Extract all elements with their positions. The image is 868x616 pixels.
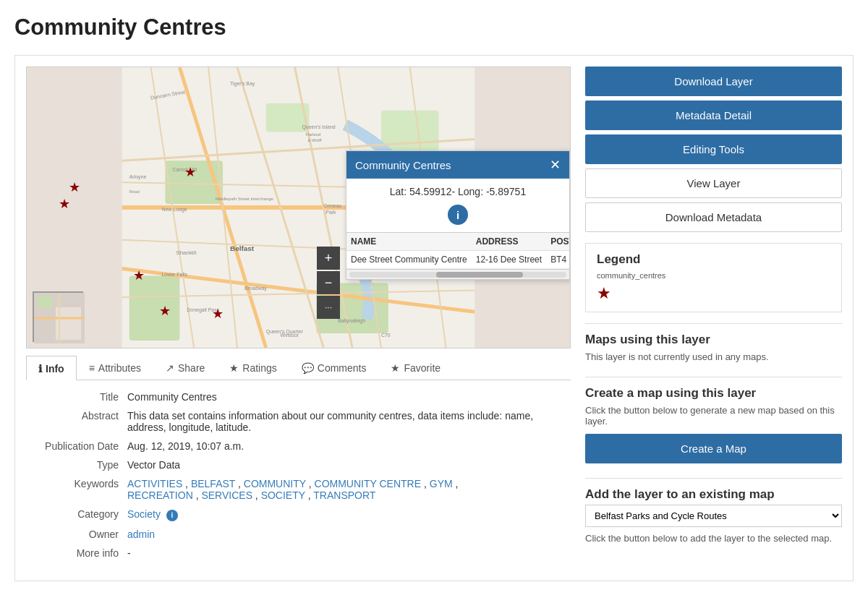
download-metadata-button[interactable]: Download Metadata: [585, 202, 842, 232]
map-thumbnail: [33, 291, 83, 342]
abstract-row: Abstract This data set contains informat…: [33, 410, 563, 433]
tab-comments[interactable]: 💬 Comments: [289, 356, 379, 380]
keyword-transport[interactable]: TRANSPORT: [313, 489, 375, 501]
category-info-icon: i: [166, 510, 178, 521]
legend-section: Legend community_centres ★: [585, 243, 842, 312]
right-panel: Download Layer Metadata Detail Editing T…: [585, 67, 842, 570]
map-container[interactable]: Duncairn Street Tiger's Bay Arloyne Road…: [26, 67, 571, 348]
create-map-title: Create a map using this layer: [585, 386, 842, 401]
owner-value: admin: [127, 529, 563, 540]
left-panel: Duncairn Street Tiger's Bay Arloyne Road…: [26, 67, 571, 570]
svg-text:& Wolff: & Wolff: [307, 138, 321, 142]
page-title: Community Centres: [14, 14, 854, 40]
map-marker-5: ★: [159, 303, 171, 319]
create-map-button[interactable]: Create a Map: [585, 434, 842, 463]
popup-coords: Lat: 54.59912- Long: -5.89751: [346, 179, 569, 202]
popup-close-button[interactable]: ✕: [550, 157, 561, 173]
svg-text:Ormeau: Ormeau: [323, 203, 341, 208]
scrollbar-thumb[interactable]: [436, 272, 523, 278]
type-label: Type: [33, 459, 127, 471]
comments-icon: 💬: [302, 362, 314, 374]
view-layer-button[interactable]: View Layer: [585, 168, 842, 198]
abstract-value: This data set contains information about…: [127, 410, 563, 433]
svg-text:Park: Park: [326, 210, 336, 215]
keyword-services[interactable]: SERVICES: [201, 489, 252, 501]
ratings-icon: ★: [229, 362, 239, 374]
more-controls-button[interactable]: ···: [317, 296, 340, 319]
popup-table: NAME ADDRESS POSTCODE LONGITUDE Dee Stre…: [346, 233, 569, 269]
editing-tools-button[interactable]: Editing Tools: [585, 134, 842, 164]
keyword-society[interactable]: SOCIETY: [261, 489, 305, 501]
keyword-community-centre[interactable]: COMMUNITY CENTRE: [315, 478, 422, 489]
cell-address: 12-16 Dee Street: [472, 251, 546, 269]
svg-text:Belfast: Belfast: [230, 244, 255, 252]
legend-star: ★: [597, 284, 830, 303]
svg-text:C70: C70: [381, 333, 391, 338]
category-link[interactable]: Society: [127, 508, 161, 520]
popup-title: Community Centres: [355, 159, 451, 171]
category-row: Category Society i: [33, 508, 563, 521]
keywords-label: Keywords: [33, 478, 127, 501]
keyword-activities[interactable]: ACTIVITIES: [127, 478, 182, 489]
col-postcode: POSTCODE: [546, 233, 569, 251]
more-info-row: More info -: [33, 547, 563, 559]
map-marker-3: ★: [184, 164, 196, 180]
zoom-out-button[interactable]: −: [317, 271, 340, 294]
col-name: NAME: [346, 233, 472, 251]
download-layer-button[interactable]: Download Layer: [585, 67, 842, 96]
svg-text:Road: Road: [129, 189, 140, 194]
favorite-icon: ★: [391, 362, 400, 374]
tabs: ℹ Info ≡ Attributes ↗ Share ★ Ratings 💬: [26, 356, 571, 380]
svg-text:Broadway: Broadway: [244, 286, 267, 291]
map-marker-2: ★: [59, 196, 70, 212]
keyword-recreation[interactable]: RECREATION: [127, 489, 193, 501]
owner-link[interactable]: admin: [127, 529, 155, 540]
more-info-value: -: [127, 547, 563, 559]
add-existing-desc: Click the button below to add the layer …: [585, 533, 842, 544]
share-icon: ↗: [166, 362, 174, 374]
svg-rect-5: [129, 276, 180, 341]
title-row: Title Community Centres: [33, 391, 563, 403]
svg-text:Queen's Island: Queen's Island: [302, 124, 335, 130]
maps-using-title: Maps using this layer: [585, 333, 842, 347]
maps-using-text: This layer is not currently used in any …: [585, 351, 842, 362]
keywords-row: Keywords ACTIVITIES , BELFAST , COMMUNIT…: [33, 478, 563, 501]
type-row: Type Vector Data: [33, 459, 563, 471]
keyword-gym[interactable]: GYM: [430, 478, 453, 489]
map-marker-4: ★: [133, 268, 145, 283]
map-marker-6: ★: [212, 306, 224, 322]
svg-text:Middlepath Street Interchange: Middlepath Street Interchange: [216, 197, 273, 201]
svg-text:Queen's Quarter: Queen's Quarter: [266, 329, 304, 335]
tab-share[interactable]: ↗ Share: [153, 356, 217, 380]
tab-ratings[interactable]: ★ Ratings: [217, 356, 289, 380]
maps-using-section: Maps using this layer This layer is not …: [585, 323, 842, 371]
svg-text:Lower Falls: Lower Falls: [161, 272, 187, 277]
map-marker-1: ★: [69, 179, 80, 195]
tab-info[interactable]: ℹ Info: [26, 356, 77, 380]
category-value: Society i: [127, 508, 563, 521]
svg-rect-44: [38, 296, 52, 307]
scrollbar-track[interactable]: [349, 272, 566, 278]
title-label: Title: [33, 391, 127, 403]
zoom-in-button[interactable]: +: [317, 247, 340, 270]
keywords-value: ACTIVITIES , BELFAST , COMMUNITY , COMMU…: [127, 478, 563, 501]
popup-scrollbar[interactable]: [346, 269, 569, 279]
svg-text:Ballynafeigh: Ballynafeigh: [338, 318, 365, 324]
create-map-section: Create a map using this layer Click the …: [585, 377, 842, 472]
title-value: Community Centres: [127, 391, 563, 403]
tab-favorite[interactable]: ★ Favorite: [378, 356, 453, 380]
keyword-community[interactable]: COMMUNITY: [244, 478, 306, 489]
svg-text:Tiger's Bay: Tiger's Bay: [230, 81, 255, 87]
metadata-detail-button[interactable]: Metadata Detail: [585, 100, 842, 130]
popup-info-icon: i: [448, 205, 468, 225]
keyword-belfast[interactable]: BELFAST: [191, 478, 235, 489]
add-existing-title: Add the layer to an existing map: [585, 487, 842, 502]
attributes-icon: ≡: [89, 362, 95, 374]
tab-attributes[interactable]: ≡ Attributes: [77, 356, 153, 380]
map-popup: Community Centres ✕ Lat: 54.59912- Long:…: [346, 150, 570, 280]
pub-date-label: Publication Date: [33, 440, 127, 452]
popup-table-wrapper: NAME ADDRESS POSTCODE LONGITUDE Dee Stre…: [346, 232, 569, 269]
add-existing-select[interactable]: Belfast Parks and Cycle Routes: [585, 505, 842, 527]
owner-row: Owner admin: [33, 529, 563, 540]
abstract-label: Abstract: [33, 410, 127, 433]
